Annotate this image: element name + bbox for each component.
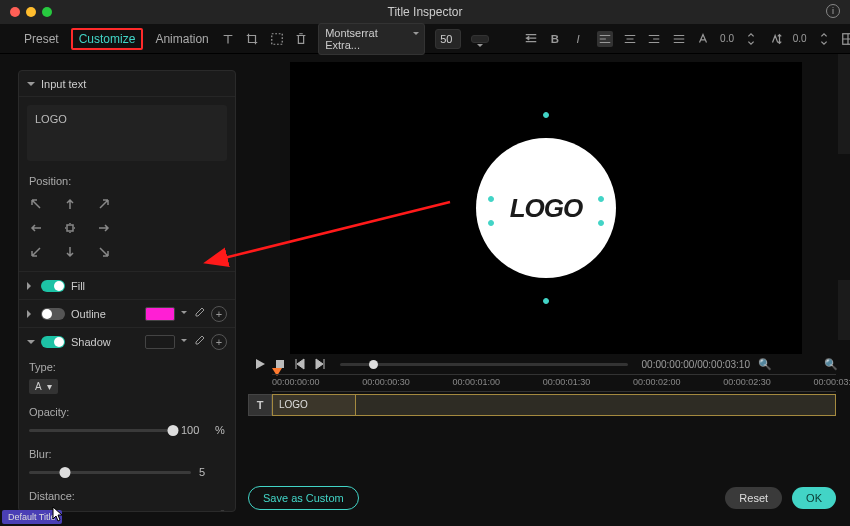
svg-text:I: I bbox=[576, 33, 580, 45]
section-input-text[interactable]: Input text bbox=[19, 71, 235, 97]
select-tool-icon[interactable] bbox=[269, 31, 283, 47]
selection-handle[interactable] bbox=[543, 298, 549, 304]
timeline-ruler[interactable]: 00:00:00:00 00:00:00:30 00:00:01:00 00:0… bbox=[272, 374, 836, 392]
outline-color-swatch[interactable] bbox=[145, 307, 175, 321]
line-spacing-icon[interactable] bbox=[768, 31, 782, 47]
tab-customize[interactable]: Customize bbox=[71, 28, 144, 50]
reset-icon[interactable]: ↺ bbox=[215, 508, 225, 512]
crop-tool-icon[interactable] bbox=[245, 31, 259, 47]
shadow-type-param: Type: A ▾ bbox=[19, 355, 235, 400]
guide-icon[interactable] bbox=[841, 31, 850, 47]
fill-label: Fill bbox=[71, 280, 85, 292]
media-chip[interactable]: Default Title bbox=[2, 510, 62, 524]
char-spacing-value[interactable]: 0.0 bbox=[720, 33, 734, 44]
pos-bottom-right[interactable] bbox=[97, 245, 111, 259]
text-input-value: LOGO bbox=[35, 113, 67, 125]
shadow-toggle[interactable] bbox=[41, 336, 65, 348]
indent-icon[interactable] bbox=[524, 31, 538, 47]
zoom-fit-icon[interactable]: 🔍 bbox=[824, 358, 838, 371]
reset-button[interactable]: Reset bbox=[725, 487, 782, 509]
selection-handle[interactable] bbox=[598, 220, 604, 226]
text-tool-icon[interactable] bbox=[221, 31, 235, 47]
ok-button[interactable]: OK bbox=[792, 487, 836, 509]
preview-area: LOGO bbox=[254, 60, 838, 366]
char-spacing-stepper[interactable] bbox=[744, 31, 758, 47]
save-as-custom-button[interactable]: Save as Custom bbox=[248, 486, 359, 510]
track-type-text-icon[interactable]: T bbox=[248, 394, 272, 416]
preview-viewport[interactable]: LOGO bbox=[290, 62, 802, 354]
text-input-box[interactable]: LOGO bbox=[27, 105, 227, 161]
play-icon[interactable] bbox=[254, 358, 266, 370]
playback-scrubber[interactable] bbox=[340, 363, 628, 366]
chevron-down-icon[interactable] bbox=[181, 339, 187, 345]
footer-bar: Save as Custom Reset OK bbox=[248, 484, 836, 512]
ruler-mark: 00:00:01:30 bbox=[543, 377, 591, 387]
fill-section-header[interactable]: Fill bbox=[19, 271, 235, 299]
bold-icon[interactable]: B bbox=[548, 31, 562, 47]
chevron-down-icon[interactable] bbox=[181, 311, 187, 317]
selection-handle[interactable] bbox=[488, 196, 494, 202]
pos-left[interactable] bbox=[29, 221, 43, 235]
font-family-select[interactable]: Montserrat Extra... bbox=[318, 23, 425, 55]
pos-center[interactable] bbox=[63, 221, 77, 235]
titlebar: Title Inspector i bbox=[0, 0, 850, 24]
selection-handle[interactable] bbox=[543, 112, 549, 118]
selection-handle[interactable] bbox=[598, 196, 604, 202]
shadow-color-swatch[interactable] bbox=[145, 335, 175, 349]
position-label: Position: bbox=[19, 169, 235, 193]
distance-value[interactable]: 4 bbox=[181, 509, 207, 512]
timeline-clip-extent[interactable] bbox=[356, 394, 836, 416]
eyedropper-icon[interactable] bbox=[193, 307, 205, 321]
ruler-mark: 00:00:00:00 bbox=[272, 377, 320, 387]
opacity-slider[interactable] bbox=[29, 429, 173, 432]
shadow-label: Shadow bbox=[71, 336, 111, 348]
shadow-type-select[interactable]: A ▾ bbox=[29, 379, 58, 394]
eyedropper-icon[interactable] bbox=[193, 335, 205, 349]
help-icon[interactable]: i bbox=[826, 4, 840, 18]
outline-toggle[interactable] bbox=[41, 308, 65, 320]
tab-preset[interactable]: Preset bbox=[16, 28, 67, 50]
timecode-display: 00:00:00:00/00:00:03:10 bbox=[642, 359, 750, 370]
shadow-section-header[interactable]: Shadow + bbox=[19, 327, 235, 355]
svg-rect-6 bbox=[276, 360, 284, 368]
add-shadow-button[interactable]: + bbox=[211, 334, 227, 350]
pos-top-left[interactable] bbox=[29, 197, 43, 211]
outline-section-header[interactable]: Outline + bbox=[19, 299, 235, 327]
line-spacing-value[interactable]: 0.0 bbox=[793, 33, 807, 44]
opacity-param: Opacity: 100 % bbox=[19, 400, 235, 442]
blur-slider[interactable] bbox=[29, 471, 191, 474]
line-spacing-stepper[interactable] bbox=[817, 31, 831, 47]
pos-right[interactable] bbox=[97, 221, 111, 235]
tab-animation[interactable]: Animation bbox=[147, 28, 216, 50]
zoom-slider-icon[interactable]: 🔍 bbox=[758, 358, 772, 371]
next-frame-icon[interactable] bbox=[314, 358, 326, 370]
add-outline-button[interactable]: + bbox=[211, 306, 227, 322]
main-toolbar: Preset Customize Animation Montserrat Ex… bbox=[0, 24, 850, 54]
preview-shape[interactable]: LOGO bbox=[476, 138, 616, 278]
delete-icon[interactable] bbox=[294, 31, 308, 47]
prev-frame-icon[interactable] bbox=[294, 358, 306, 370]
align-right-icon[interactable] bbox=[647, 31, 661, 47]
preview-text[interactable]: LOGO bbox=[510, 193, 583, 224]
italic-icon[interactable]: I bbox=[572, 31, 586, 47]
font-size-dropdown[interactable] bbox=[471, 35, 489, 43]
blur-label: Blur: bbox=[29, 448, 225, 460]
timeline: 00:00:00:00 00:00:00:30 00:00:01:00 00:0… bbox=[248, 374, 836, 482]
blur-value[interactable]: 5 bbox=[199, 466, 225, 478]
svg-text:B: B bbox=[551, 33, 559, 45]
fill-toggle[interactable] bbox=[41, 280, 65, 292]
distance-param: Distance: 4 ↺ bbox=[19, 484, 235, 512]
align-justify-icon[interactable] bbox=[671, 31, 685, 47]
svg-rect-0 bbox=[271, 33, 282, 44]
pos-top-right[interactable] bbox=[97, 197, 111, 211]
selection-handle[interactable] bbox=[488, 220, 494, 226]
opacity-value[interactable]: 100 bbox=[181, 424, 207, 436]
text-style-icon[interactable] bbox=[696, 31, 710, 47]
timeline-clip[interactable]: LOGO bbox=[272, 394, 356, 416]
align-center-icon[interactable] bbox=[623, 31, 637, 47]
pos-top[interactable] bbox=[63, 197, 77, 211]
align-left-icon[interactable] bbox=[597, 31, 613, 47]
font-size-input[interactable]: 50 bbox=[435, 29, 461, 49]
pos-bottom[interactable] bbox=[63, 245, 77, 259]
pos-bottom-left[interactable] bbox=[29, 245, 43, 259]
